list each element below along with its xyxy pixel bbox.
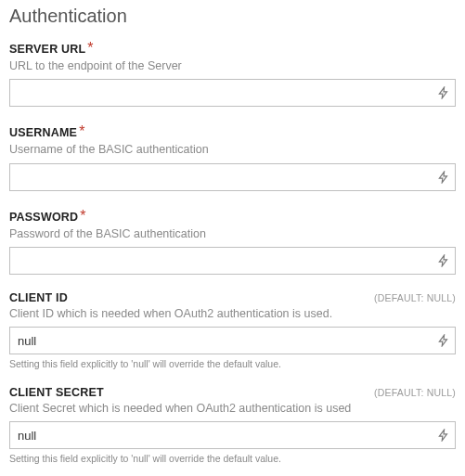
client-secret-label: CLIENT SECRET: [9, 386, 104, 399]
server-url-label: SERVER URL: [9, 43, 85, 56]
client-secret-default: (DEFAULT: NULL): [374, 387, 456, 398]
field-server-url: SERVER URL* URL to the endpoint of the S…: [9, 40, 456, 107]
client-id-input[interactable]: [9, 327, 456, 354]
username-input[interactable]: [9, 163, 456, 191]
required-mark: *: [87, 40, 93, 56]
password-label: PASSWORD: [9, 211, 78, 224]
expression-icon[interactable]: [437, 429, 450, 442]
expression-icon[interactable]: [437, 171, 450, 184]
client-secret-hint: Setting this field explicitly to 'null' …: [9, 453, 456, 464]
section-title: Authentication: [9, 6, 456, 27]
client-id-desc: Client ID which is needed when OAuth2 au…: [9, 306, 456, 321]
expression-icon[interactable]: [437, 86, 450, 99]
field-password: PASSWORD* Password of the BASIC authenti…: [9, 208, 456, 275]
client-id-hint: Setting this field explicitly to 'null' …: [9, 358, 456, 369]
field-client-id: CLIENT ID (DEFAULT: NULL) Client ID whic…: [9, 291, 456, 369]
password-input[interactable]: [9, 247, 456, 275]
password-desc: Password of the BASIC authentication: [9, 226, 456, 241]
client-secret-input[interactable]: [9, 421, 456, 449]
field-username: USERNAME* Username of the BASIC authenti…: [9, 123, 456, 190]
username-desc: Username of the BASIC authentication: [9, 142, 456, 157]
field-client-secret: CLIENT SECRET (DEFAULT: NULL) Client Sec…: [9, 386, 456, 464]
username-label: USERNAME: [9, 126, 77, 139]
server-url-desc: URL to the endpoint of the Server: [9, 58, 456, 73]
expression-icon[interactable]: [437, 334, 450, 347]
client-id-label: CLIENT ID: [9, 291, 68, 304]
required-mark: *: [79, 123, 84, 139]
expression-icon[interactable]: [437, 254, 450, 267]
client-id-default: (DEFAULT: NULL): [374, 292, 456, 303]
server-url-input[interactable]: [9, 79, 456, 107]
required-mark: *: [80, 208, 85, 224]
client-secret-desc: Client Secret which is needed when OAuth…: [9, 401, 456, 416]
